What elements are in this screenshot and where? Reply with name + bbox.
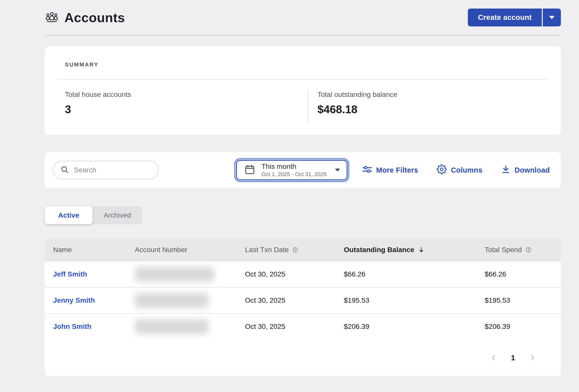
column-header-account-number[interactable]: Account Number	[135, 246, 245, 254]
last-txn-date-cell: Oct 30, 2025	[245, 296, 344, 304]
info-icon[interactable]	[292, 247, 298, 253]
search-input[interactable]	[74, 166, 149, 174]
table-header-row: Name Account Number Last Txn Date Outsta…	[45, 239, 561, 261]
summary-card: SUMMARY Total house accounts 3 Total out…	[45, 46, 561, 135]
page-header: Accounts Create account	[45, 0, 561, 35]
gear-icon	[437, 164, 447, 176]
calendar-icon	[244, 164, 256, 176]
previous-page-button[interactable]	[489, 354, 498, 362]
tab-archived[interactable]: Archived	[93, 206, 142, 224]
column-header-last-txn-date[interactable]: Last Txn Date	[245, 246, 344, 254]
column-header-name[interactable]: Name	[53, 246, 135, 254]
table-row: John Smith Oct 30, 2025 $206.39 $206.39	[45, 313, 561, 339]
chevron-down-icon	[549, 16, 555, 19]
create-account-split-button: Create account	[468, 9, 561, 26]
people-group-icon	[45, 11, 59, 24]
account-name-link[interactable]: Jeff Smith	[53, 270, 87, 278]
accounts-table: Name Account Number Last Txn Date Outsta…	[45, 239, 561, 376]
account-number-redacted	[135, 319, 208, 334]
table-pagination: 1	[45, 339, 561, 376]
download-button[interactable]: Download	[501, 165, 550, 176]
current-page-number: 1	[511, 354, 515, 362]
stat-total-outstanding-balance: Total outstanding balance $468.18	[308, 91, 397, 122]
columns-button[interactable]: Columns	[437, 164, 482, 176]
stat-value: 3	[65, 103, 308, 116]
stat-value: $468.18	[317, 103, 397, 116]
tab-active[interactable]: Active	[45, 206, 93, 224]
download-icon	[501, 165, 511, 176]
table-row: Jeff Smith Oct 30, 2025 $66.26 $66.26	[45, 261, 561, 287]
more-filters-button[interactable]: More Filters	[362, 164, 418, 176]
create-account-button[interactable]: Create account	[468, 9, 542, 26]
total-spend-cell: $66.26	[485, 270, 561, 278]
total-spend-cell: $206.39	[485, 323, 561, 331]
columns-label: Columns	[451, 166, 482, 174]
stat-total-house-accounts: Total house accounts 3	[65, 91, 308, 122]
account-name-link[interactable]: John Smith	[53, 323, 91, 330]
total-spend-cell: $195.53	[485, 296, 561, 304]
accounts-page: Accounts Create account SUMMARY Total ho…	[45, 0, 561, 376]
create-account-dropdown-button[interactable]	[543, 9, 561, 26]
column-header-outstanding-balance[interactable]: Outstanding Balance	[344, 246, 485, 254]
account-number-redacted	[135, 267, 214, 282]
page-title: Accounts	[64, 10, 125, 25]
filter-actions: More Filters Columns	[362, 164, 550, 176]
outstanding-balance-cell: $195.53	[344, 296, 485, 304]
tab-archived-label: Archived	[104, 211, 131, 219]
next-page-button[interactable]	[528, 354, 537, 362]
search-icon	[60, 165, 69, 175]
filter-bar: This month Oct 1, 2025 - Oct 31, 2025 Mo…	[45, 152, 561, 188]
tab-active-label: Active	[58, 211, 79, 219]
page-title-group: Accounts	[45, 10, 125, 25]
last-txn-date-cell: Oct 30, 2025	[245, 270, 344, 278]
account-number-redacted	[135, 293, 208, 308]
date-filter-range: Oct 1, 2025 - Oct 31, 2025	[262, 171, 329, 178]
chevron-down-icon	[335, 169, 340, 172]
last-txn-date-cell: Oct 30, 2025	[245, 323, 344, 331]
summary-stats: Total house accounts 3 Total outstanding…	[45, 80, 561, 122]
column-header-total-spend[interactable]: Total Spend	[485, 246, 561, 254]
outstanding-balance-cell: $206.39	[344, 323, 485, 331]
date-filter-label: This month	[262, 162, 329, 171]
stat-label: Total house accounts	[65, 91, 308, 99]
search-box	[53, 161, 159, 179]
arrow-down-icon	[418, 246, 425, 253]
outstanding-balance-cell: $66.26	[344, 270, 485, 278]
stat-label: Total outstanding balance	[317, 91, 397, 99]
status-tabs: Active Archived	[45, 206, 142, 224]
date-range-filter[interactable]: This month Oct 1, 2025 - Oct 31, 2025	[236, 160, 348, 180]
date-filter-texts: This month Oct 1, 2025 - Oct 31, 2025	[262, 162, 329, 178]
account-name-link[interactable]: Jenny Smith	[53, 296, 95, 304]
download-label: Download	[515, 166, 550, 174]
info-icon[interactable]	[525, 247, 531, 253]
table-row: Jenny Smith Oct 30, 2025 $195.53 $195.53	[45, 287, 561, 313]
more-filters-label: More Filters	[376, 166, 418, 174]
summary-heading: SUMMARY	[45, 46, 561, 68]
sliders-icon	[362, 164, 372, 176]
